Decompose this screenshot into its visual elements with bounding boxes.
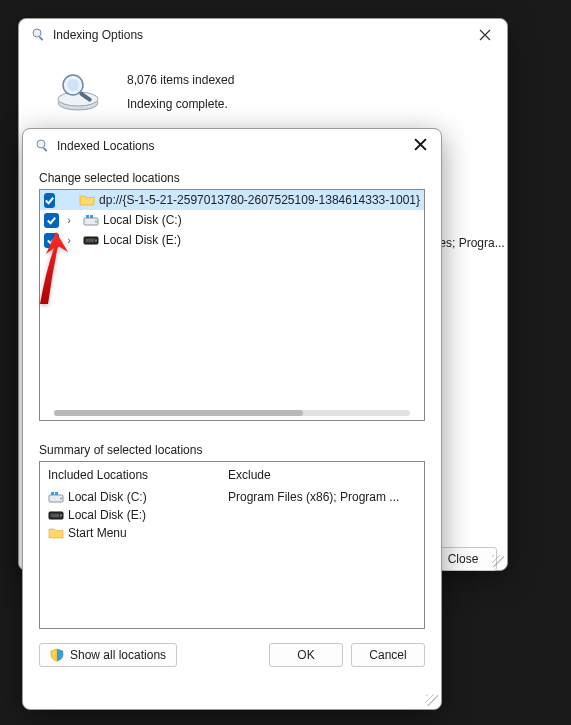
indexed-locations-window: Indexed Locations Change selected locati… — [22, 128, 442, 710]
svg-point-5 — [67, 79, 79, 91]
svg-point-19 — [60, 498, 62, 500]
expander-icon[interactable]: › — [63, 234, 75, 246]
indexing-icon — [35, 138, 51, 154]
magnifier-drive-icon — [53, 71, 103, 111]
svg-point-7 — [37, 140, 45, 148]
summary-row[interactable]: Local Disk (E:) — [48, 506, 218, 524]
window-title: Indexing Options — [53, 28, 143, 42]
drive-e-icon — [83, 233, 99, 247]
svg-point-15 — [95, 240, 97, 242]
svg-point-22 — [60, 515, 62, 517]
svg-rect-14 — [86, 239, 94, 242]
drive-c-icon — [48, 490, 64, 504]
svg-rect-11 — [90, 215, 93, 218]
svg-rect-8 — [43, 147, 48, 152]
titlebar: Indexed Locations — [23, 129, 441, 163]
checkbox[interactable] — [44, 213, 59, 228]
drive-c-icon — [83, 213, 99, 227]
folder-icon — [79, 193, 95, 207]
items-indexed-label: 8,076 items indexed — [127, 73, 234, 87]
window-title: Indexed Locations — [57, 139, 154, 153]
checkbox[interactable] — [44, 233, 59, 248]
truncated-text: iles; Progra... — [434, 236, 519, 250]
tree-row-label: Local Disk (E:) — [103, 233, 181, 247]
close-button[interactable] — [405, 137, 433, 155]
indexing-icon — [31, 27, 47, 43]
resize-grip[interactable] — [426, 694, 438, 706]
svg-point-12 — [95, 221, 97, 223]
svg-rect-1 — [39, 36, 44, 41]
summary-label: Summary of selected locations — [39, 443, 425, 457]
expander-icon[interactable]: › — [63, 214, 75, 226]
summary-exclude-value: Program Files (x86); Program ... — [228, 488, 416, 506]
summary-box: Included Locations Local Disk (C:) Local… — [39, 461, 425, 629]
svg-rect-18 — [55, 492, 58, 495]
folder-icon — [48, 526, 64, 540]
tree-row[interactable]: › Local Disk (E:) — [40, 230, 424, 250]
summary-exclude-value — [228, 524, 416, 542]
tree-row-label: Local Disk (C:) — [103, 213, 182, 227]
summary-row-label: Local Disk (C:) — [68, 490, 147, 504]
summary-row-label: Start Menu — [68, 526, 127, 540]
tree-row[interactable]: dp://{S-1-5-21-2597013780-2607525109-138… — [40, 190, 424, 210]
titlebar: Indexing Options — [19, 19, 507, 51]
summary-row[interactable]: Local Disk (C:) — [48, 488, 218, 506]
horizontal-scrollbar[interactable] — [54, 410, 410, 416]
indexing-status-label: Indexing complete. — [127, 97, 234, 111]
tree-row[interactable]: › Local Disk (C:) — [40, 210, 424, 230]
svg-point-0 — [33, 29, 41, 37]
svg-rect-21 — [51, 514, 59, 517]
exclude-header: Exclude — [228, 468, 416, 488]
show-all-locations-button[interactable]: Show all locations — [39, 643, 177, 667]
tree-row-label: dp://{S-1-5-21-2597013780-2607525109-138… — [99, 193, 420, 207]
close-button[interactable] — [471, 21, 499, 49]
shield-icon — [50, 648, 64, 662]
included-header: Included Locations — [48, 468, 218, 488]
scrollbar-thumb[interactable] — [54, 410, 303, 416]
locations-tree[interactable]: dp://{S-1-5-21-2597013780-2607525109-138… — [39, 189, 425, 421]
checkbox[interactable] — [44, 193, 55, 208]
resize-grip[interactable] — [492, 555, 504, 567]
ok-button[interactable]: OK — [269, 643, 343, 667]
svg-rect-10 — [86, 215, 89, 218]
svg-rect-17 — [51, 492, 54, 495]
cancel-button[interactable]: Cancel — [351, 643, 425, 667]
drive-e-icon — [48, 508, 64, 522]
summary-exclude-value — [228, 506, 416, 524]
summary-row-label: Local Disk (E:) — [68, 508, 146, 522]
change-locations-label: Change selected locations — [39, 171, 425, 185]
summary-row[interactable]: Start Menu — [48, 524, 218, 542]
